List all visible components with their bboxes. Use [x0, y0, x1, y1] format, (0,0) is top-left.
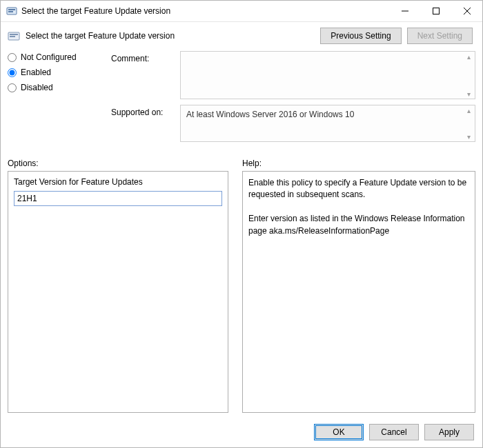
comment-label: Comment:: [111, 51, 173, 99]
radio-not-configured[interactable]: Not Configured: [8, 52, 104, 62]
radio-disabled-label: Disabled: [21, 83, 53, 92]
split-panels: Target Version for Feature Updates Enabl…: [1, 171, 482, 418]
previous-setting-button[interactable]: Previous Setting: [320, 28, 401, 44]
supported-box: At least Windows Server 2016 or Windows …: [180, 105, 475, 142]
close-button[interactable]: [451, 1, 482, 21]
radio-enabled-input[interactable]: [8, 68, 17, 77]
svg-rect-9: [10, 36, 15, 37]
scroll-up-icon: ▴: [465, 53, 472, 60]
options-panel: Target Version for Feature Updates: [8, 171, 228, 413]
cancel-button[interactable]: Cancel: [369, 424, 419, 440]
radio-not-configured-label: Not Configured: [21, 52, 77, 62]
apply-button[interactable]: Apply: [424, 424, 474, 440]
svg-rect-2: [8, 11, 13, 12]
supported-value: At least Windows Server 2016 or Windows …: [186, 110, 354, 119]
window-title: Select the target Feature Update version: [21, 6, 170, 16]
radio-enabled[interactable]: Enabled: [8, 68, 104, 77]
help-panel: Enable this policy to specify a Feature …: [242, 171, 475, 413]
header-title: Select the target Feature Update version: [26, 31, 175, 41]
svg-rect-1: [8, 9, 15, 10]
target-version-input[interactable]: [14, 191, 222, 206]
state-radio-group: Not Configured Enabled Disabled: [8, 51, 104, 147]
radio-disabled-input[interactable]: [8, 83, 17, 92]
ok-button[interactable]: OK: [314, 424, 364, 440]
help-para-1: Enable this policy to specify a Feature …: [248, 177, 469, 201]
supported-label: Supported on:: [111, 105, 173, 142]
config-area: Not Configured Enabled Disabled Comment:…: [1, 47, 482, 150]
scroll-down-icon: ▾: [465, 133, 472, 140]
next-setting-button[interactable]: Next Setting: [407, 28, 473, 44]
options-heading: Options:: [8, 159, 228, 168]
section-labels: Options: Help:: [1, 150, 482, 171]
header-strip: Select the target Feature Update version…: [1, 22, 482, 47]
svg-rect-8: [10, 34, 18, 35]
comment-box[interactable]: ▴ ▾: [180, 51, 475, 99]
titlebar: Select the target Feature Update version: [1, 1, 482, 22]
scroll-down-icon: ▾: [465, 90, 472, 97]
target-version-label: Target Version for Feature Updates: [14, 177, 222, 187]
radio-disabled[interactable]: Disabled: [8, 83, 104, 92]
policy-icon: [8, 30, 20, 42]
minimize-button[interactable]: [389, 1, 420, 21]
radio-enabled-label: Enabled: [21, 68, 51, 77]
maximize-button[interactable]: [420, 1, 451, 21]
svg-rect-4: [433, 8, 439, 14]
help-para-2: Enter version as listed in the Windows R…: [248, 213, 469, 237]
bottom-bar: OK Cancel Apply: [1, 418, 482, 447]
gpo-editor-window: Select the target Feature Update version…: [0, 0, 483, 448]
app-icon: [6, 6, 17, 17]
help-heading: Help:: [242, 159, 475, 168]
scroll-up-icon: ▴: [465, 107, 472, 114]
radio-not-configured-input[interactable]: [8, 53, 17, 62]
